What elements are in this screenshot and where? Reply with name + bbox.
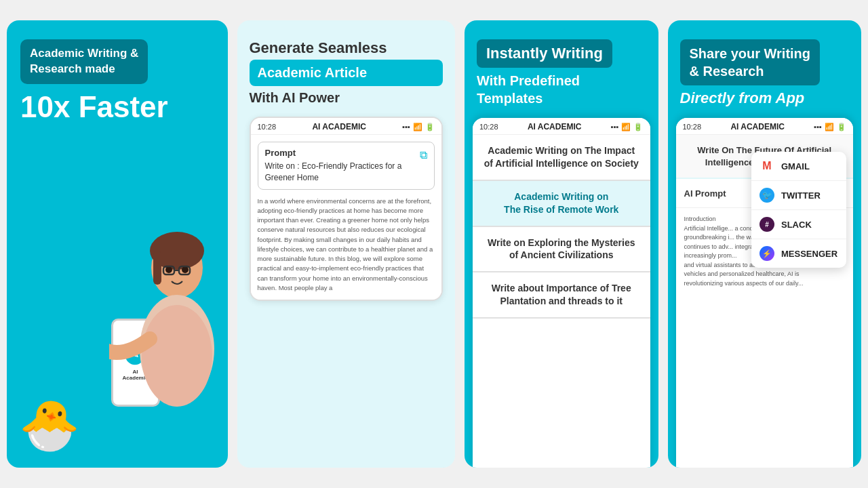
article-text-2: In a world where environmental concerns …: [258, 197, 435, 293]
status-bar-2: 10:28 AI ACADEMIC ▪▪▪ 📶 🔋: [251, 118, 442, 135]
prompt-label: Prompt: [265, 148, 420, 158]
slack-label: SLACK: [781, 220, 812, 230]
phone-frame-4: 10:28 AI ACADEMIC ▪▪▪ 📶 🔋 Write On The F…: [676, 118, 854, 468]
panel2-title-line1: Generate Seamless: [250, 39, 443, 57]
status-time-2: 10:28: [258, 123, 277, 131]
svg-rect-4: [153, 251, 161, 285]
phone-screen-2: 10:28 AI ACADEMIC ▪▪▪ 📶 🔋 Prompt Write o…: [250, 117, 443, 301]
panel3-badge: Instantly Writing: [477, 39, 612, 68]
signal-icon: ▪▪▪: [402, 123, 410, 131]
status-time-4: 10:28: [683, 123, 702, 131]
status-time-3: 10:28: [479, 123, 498, 131]
panel1-big-text: 10x Faster: [20, 91, 214, 123]
share-messenger[interactable]: ⚡ MESSENGER: [751, 239, 846, 268]
phone-frame-3: 10:28 AI ACADEMIC ▪▪▪ 📶 🔋 Academic Writi…: [473, 118, 650, 468]
ai-prompt-label: AI Prompt: [684, 188, 726, 199]
messenger-label: MESSENGER: [781, 249, 837, 259]
app-container: Academic Writing &Research made 10x Fast…: [7, 20, 861, 468]
app-name-3: AI ACADEMIC: [528, 122, 582, 131]
writing-item-4[interactable]: Write about Importance of TreePlantation…: [473, 272, 650, 319]
share-twitter[interactable]: 🐦 TWITTER: [751, 181, 846, 210]
writing-item-1[interactable]: Academic Writing on The Impact of Artifi…: [473, 135, 650, 181]
panel-4: Share your Writing& Research Directly fr…: [668, 20, 862, 468]
phone-content-2: Prompt Write on : Eco-Friendly Practices…: [251, 135, 442, 300]
wifi-icon-3: 📶: [621, 123, 631, 131]
status-icons-4: ▪▪▪ 📶 🔋: [814, 123, 846, 131]
battery-icon-4: 🔋: [837, 123, 846, 131]
messenger-icon: ⚡: [760, 246, 774, 261]
panel-3: Instantly Writing With PredefinedTemplat…: [465, 20, 658, 468]
twitter-icon: 🐦: [760, 188, 774, 203]
panel-2: Generate Seamless Academic Article With …: [237, 20, 456, 468]
panel3-subtitle: With PredefinedTemplates: [477, 72, 646, 107]
panel2-badge: Academic Article: [250, 60, 443, 86]
status-icons-3: ▪▪▪ 📶 🔋: [611, 123, 644, 131]
status-icons-2: ▪▪▪ 📶 🔋: [402, 123, 435, 131]
wifi-icon-4: 📶: [825, 123, 834, 131]
svg-point-8: [182, 266, 189, 273]
status-bar-4: 10:28 AI ACADEMIC ▪▪▪ 📶 🔋: [676, 118, 854, 135]
gmail-icon: M: [760, 159, 774, 174]
panel-1: Academic Writing &Research made 10x Fast…: [7, 20, 228, 468]
share-slack[interactable]: # SLACK: [751, 210, 846, 239]
panel1-badge: Academic Writing &Research made: [20, 39, 148, 84]
wifi-icon: 📶: [413, 123, 422, 131]
svg-point-6: [142, 305, 212, 407]
battery-icon: 🔋: [425, 123, 435, 131]
person-image: [109, 230, 228, 434]
status-bar-3: 10:28 AI ACADEMIC ▪▪▪ 📶 🔋: [473, 118, 650, 135]
writing-item-3[interactable]: Write on Exploring the Mysteriesof Ancie…: [473, 227, 650, 273]
gmail-label: GMAIL: [781, 161, 810, 171]
app-name-4: AI ACADEMIC: [730, 122, 785, 131]
panel1-badge-text: Academic Writing &Research made: [30, 47, 138, 75]
signal-icon-4: ▪▪▪: [814, 123, 822, 131]
panel2-title-line2: With AI Power: [250, 90, 443, 106]
slack-icon: #: [760, 217, 774, 232]
svg-point-7: [165, 266, 172, 273]
share-gmail[interactable]: M GMAIL: [751, 152, 846, 181]
signal-icon-3: ▪▪▪: [611, 123, 619, 131]
emoji-mascot: 🐣: [19, 396, 80, 454]
copy-icon[interactable]: ⧉: [420, 149, 427, 161]
battery-icon-3: 🔋: [633, 123, 643, 131]
panel3-header: Instantly Writing With PredefinedTemplat…: [465, 20, 658, 118]
share-dropdown: M GMAIL 🐦 TWITTER # SLACK ⚡ MESSENGER: [751, 152, 846, 268]
app-name-2: AI ACADEMIC: [312, 122, 366, 131]
twitter-label: TWITTER: [781, 190, 821, 201]
panel4-badge: Share your Writing& Research: [680, 39, 821, 85]
panel4-subtitle: Directly from App: [680, 89, 850, 107]
writing-item-2[interactable]: Academic Writing onThe Rise of Remote Wo…: [473, 181, 650, 227]
panel4-header: Share your Writing& Research Directly fr…: [668, 20, 862, 118]
prompt-box: Prompt Write on : Eco-Friendly Practices…: [258, 142, 435, 190]
prompt-text: Write on : Eco-Friendly Practices for a …: [265, 161, 420, 184]
